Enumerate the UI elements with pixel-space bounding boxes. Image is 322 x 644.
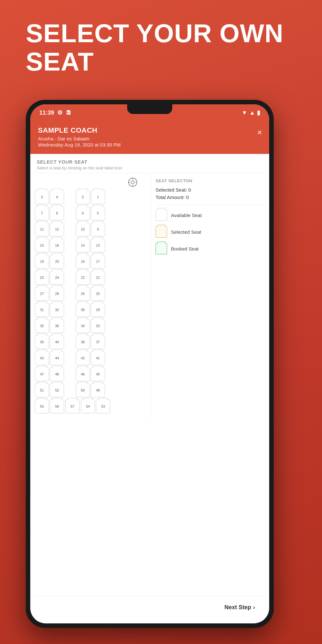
seat-41[interactable]: 41 — [91, 351, 105, 365]
seat-48[interactable]: 48 — [50, 367, 64, 381]
route: Arusha - Dar es Salaam — [38, 136, 261, 141]
seat-7[interactable]: 7 — [35, 206, 49, 220]
legend-seat-booked — [156, 243, 167, 254]
seat-27[interactable]: 27 — [35, 287, 49, 301]
seat-row-0: 3421 — [35, 190, 147, 204]
seat-47[interactable]: 47 — [35, 367, 49, 381]
status-time: 11:39 — [39, 109, 54, 116]
seat-55[interactable]: 55 — [35, 399, 49, 413]
seat-1[interactable]: 1 — [91, 190, 105, 204]
seat-49[interactable]: 49 — [91, 383, 105, 397]
seat-32[interactable]: 32 — [50, 303, 64, 317]
seat-17[interactable]: 17 — [91, 254, 105, 269]
legend-label-selected: Selected Seat — [171, 229, 201, 235]
seat-group-left-6: 2728 — [35, 287, 64, 301]
seat-18[interactable]: 18 — [76, 254, 90, 269]
seat-45[interactable]: 45 — [91, 367, 105, 381]
seat-38[interactable]: 38 — [76, 335, 90, 349]
sim-icon: 🖺 — [66, 109, 71, 116]
seat-51[interactable]: 51 — [35, 383, 49, 397]
app-header: SAMPLE COACH Arusha - Dar es Salaam Wedn… — [30, 121, 269, 154]
seat-13[interactable]: 13 — [91, 238, 105, 252]
seat-43[interactable]: 43 — [35, 351, 49, 365]
seat-6[interactable]: 6 — [76, 206, 90, 220]
seat-3[interactable]: 3 — [35, 190, 49, 204]
seat-group-right-9: 3837 — [76, 335, 105, 349]
seat-4[interactable]: 4 — [50, 190, 64, 204]
seat-group-left-10: 4344 — [35, 351, 64, 365]
panel-divider — [156, 204, 265, 205]
seat-2[interactable]: 2 — [76, 190, 90, 204]
section-header: SELECT YOUR SEAT Select a seat by clicki… — [30, 154, 269, 173]
seat-group-right-last: 5453 — [81, 399, 110, 413]
seat-35[interactable]: 35 — [35, 319, 49, 333]
seat-group-left-11: 4748 — [35, 367, 64, 381]
seat-10[interactable]: 10 — [76, 222, 90, 236]
seat-group-right-12: 5049 — [76, 383, 105, 397]
seat-group-left-last: 5556 — [35, 399, 64, 413]
seat-5[interactable]: 5 — [91, 206, 105, 220]
seat-29[interactable]: 29 — [91, 303, 105, 317]
seat-row-10: 43444241 — [35, 351, 147, 365]
seat-42[interactable]: 42 — [76, 351, 90, 365]
seat-grid: 3421786511121091516141319201817232422212… — [30, 173, 151, 419]
seat-row-4: 19201817 — [35, 254, 147, 269]
seat-11[interactable]: 11 — [35, 222, 49, 236]
close-button[interactable]: × — [257, 128, 262, 137]
seat-group-left-7: 3132 — [35, 303, 64, 317]
seat-30[interactable]: 30 — [76, 303, 90, 317]
seat-row-8: 35363433 — [35, 319, 147, 333]
driver-icon — [35, 177, 147, 187]
seat-46[interactable]: 46 — [76, 367, 90, 381]
legend-label-booked: Booked Seat — [171, 246, 199, 251]
seat-group-right-7: 3029 — [76, 303, 105, 317]
panel-title: SEAT SELECTON — [156, 178, 265, 183]
seat-9[interactable]: 9 — [91, 222, 105, 236]
seat-33[interactable]: 33 — [91, 319, 105, 333]
next-step-button[interactable]: Next Step › — [224, 604, 255, 611]
seat-group-left-1: 78 — [35, 206, 64, 220]
seat-40[interactable]: 40 — [50, 335, 64, 349]
seat-21[interactable]: 21 — [91, 270, 105, 285]
seat-44[interactable]: 44 — [50, 351, 64, 365]
seat-12[interactable]: 12 — [50, 222, 64, 236]
seat-26[interactable]: 26 — [76, 287, 90, 301]
seat-37[interactable]: 37 — [91, 335, 105, 349]
seat-area: 3421786511121091516141319201817232422212… — [30, 173, 269, 419]
seat-39[interactable]: 39 — [35, 335, 49, 349]
seat-20[interactable]: 20 — [50, 254, 64, 269]
next-step-label: Next Step — [224, 604, 251, 611]
seat-36[interactable]: 36 — [50, 319, 64, 333]
seat-24[interactable]: 24 — [50, 270, 64, 285]
seat-56[interactable]: 56 — [50, 399, 64, 413]
seat-8[interactable]: 8 — [50, 206, 64, 220]
seat-group-right-1: 65 — [76, 206, 105, 220]
seat-row-2: 1112109 — [35, 222, 147, 236]
seat-54[interactable]: 54 — [81, 399, 95, 413]
seat-52[interactable]: 52 — [50, 383, 64, 397]
seat-23[interactable]: 23 — [35, 270, 49, 285]
legend-seat-available — [156, 209, 167, 221]
seat-14[interactable]: 14 — [76, 238, 90, 252]
svg-point-1 — [131, 181, 134, 184]
seat-group-left-5: 2324 — [35, 270, 64, 285]
seat-19[interactable]: 19 — [35, 254, 49, 269]
signal-icon: ▲ — [249, 109, 255, 116]
seat-53[interactable]: 53 — [96, 399, 110, 413]
seat-row-11: 47484645 — [35, 367, 147, 381]
seat-25[interactable]: 25 — [91, 287, 105, 301]
seat-15[interactable]: 15 — [35, 238, 49, 252]
seat-group-right-6: 2625 — [76, 287, 105, 301]
seat-group-right-11: 4645 — [76, 367, 105, 381]
seat-34[interactable]: 34 — [76, 319, 90, 333]
seat-31[interactable]: 31 — [35, 303, 49, 317]
seat-group-left-12: 5152 — [35, 383, 64, 397]
seat-50[interactable]: 50 — [76, 383, 90, 397]
seat-22[interactable]: 22 — [76, 270, 90, 285]
legend-item-selected: Selected Seat — [156, 226, 265, 238]
seat-28[interactable]: 28 — [50, 287, 64, 301]
seat-group-left-2: 1112 — [35, 222, 64, 236]
seat-57[interactable]: 57 — [65, 399, 80, 413]
seat-16[interactable]: 16 — [50, 238, 64, 252]
legend-item-available: Available Seat — [156, 209, 265, 221]
